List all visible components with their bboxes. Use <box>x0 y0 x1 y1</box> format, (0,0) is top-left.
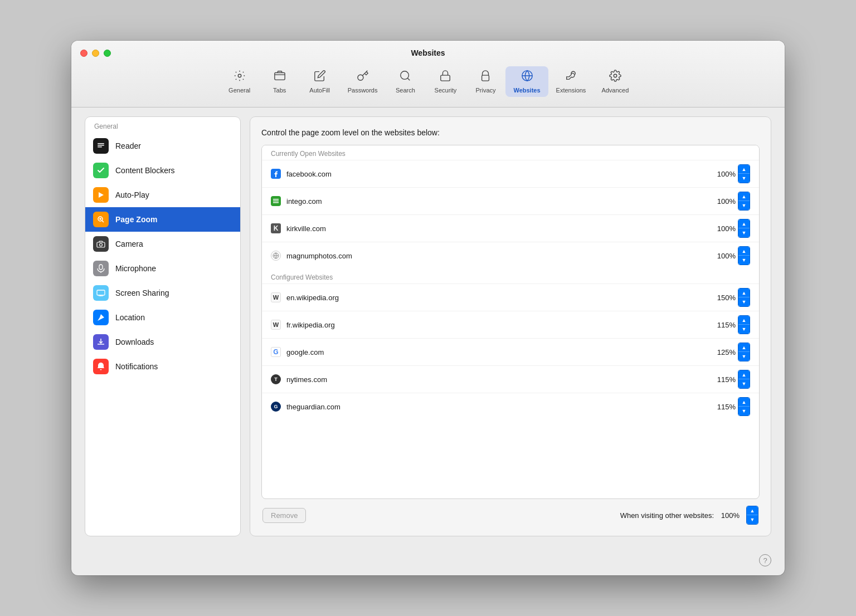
zoom-value-nytimes: 115% <box>714 375 736 384</box>
intego-favicon <box>271 196 281 206</box>
guardian-favicon: G <box>271 402 281 412</box>
svg-rect-24 <box>273 199 279 200</box>
zoom-value-facebook: 100% <box>714 170 736 178</box>
toolbar-item-privacy[interactable]: Privacy <box>465 66 505 97</box>
facebook-favicon <box>271 169 281 179</box>
svg-point-7 <box>614 74 617 77</box>
right-panel: Control the page zoom level on the websi… <box>250 116 771 536</box>
stepper-up-nytimes[interactable]: ▲ <box>738 370 750 379</box>
maximize-button[interactable] <box>104 50 111 57</box>
stepper-nytimes[interactable]: ▲ ▼ <box>738 370 750 389</box>
svg-marker-23 <box>98 314 104 321</box>
stepper-up-kirkville[interactable]: ▲ <box>738 219 750 228</box>
remove-button[interactable]: Remove <box>262 508 306 523</box>
other-websites-stepper-up[interactable]: ▲ <box>747 506 758 515</box>
stepper-up-facebook[interactable]: ▲ <box>738 165 750 174</box>
stepper-up-magnum[interactable]: ▲ <box>738 247 750 256</box>
stepper-down-wikipedia-en[interactable]: ▼ <box>738 297 750 306</box>
stepper-intego[interactable]: ▲ ▼ <box>738 192 750 211</box>
websites-label: Websites <box>513 87 540 94</box>
stepper-guardian[interactable]: ▲ ▼ <box>738 397 750 416</box>
toolbar-item-advanced[interactable]: Advanced <box>594 66 636 97</box>
stepper-down-nytimes[interactable]: ▼ <box>738 379 750 388</box>
stepper-down-magnum[interactable]: ▼ <box>738 256 750 265</box>
sidebar-item-notifications-label: Notifications <box>115 362 158 371</box>
sidebar-item-microphone[interactable]: Microphone <box>85 256 240 281</box>
sidebar-item-page-zoom[interactable]: Page Zoom <box>85 207 240 232</box>
stepper-kirkville[interactable]: ▲ ▼ <box>738 219 750 238</box>
table-row: intego.com 100% ▲ ▼ <box>262 187 759 214</box>
advanced-icon <box>609 70 621 85</box>
zoom-value-google: 125% <box>714 348 736 356</box>
downloads-icon <box>93 334 109 350</box>
zoom-value-intego: 100% <box>714 197 736 206</box>
stepper-down-guardian[interactable]: ▼ <box>738 407 750 415</box>
stepper-google[interactable]: ▲ ▼ <box>738 343 750 361</box>
toolbar-item-extensions[interactable]: Extensions <box>548 66 594 97</box>
stepper-down-google[interactable]: ▼ <box>738 352 750 361</box>
svg-rect-10 <box>98 146 102 148</box>
main-content: General Reader <box>71 107 785 550</box>
sidebar-item-reader-label: Reader <box>115 141 141 150</box>
toolbar-item-security[interactable]: Security <box>425 66 465 97</box>
close-button[interactable] <box>80 50 87 57</box>
microphone-icon <box>93 261 109 276</box>
svg-rect-16 <box>97 242 105 247</box>
site-name-guardian: theguardian.com <box>286 403 709 411</box>
sidebar-item-content-blockers-label: Content Blockers <box>115 166 175 175</box>
table-row: G theguardian.com 115% ▲ ▼ <box>262 393 759 420</box>
sidebar-item-location[interactable]: Location <box>85 305 240 330</box>
svg-rect-4 <box>482 75 489 81</box>
stepper-facebook[interactable]: ▲ ▼ <box>738 164 750 183</box>
svg-rect-26 <box>273 202 279 203</box>
stepper-down-intego[interactable]: ▼ <box>738 201 750 210</box>
other-websites-zoom: 100% <box>718 511 740 520</box>
autofill-label: AutoFill <box>309 87 330 94</box>
stepper-up-google[interactable]: ▲ <box>738 343 750 352</box>
stepper-up-wikipedia-en[interactable]: ▲ <box>738 289 750 297</box>
site-name-magnum: magnumphotos.com <box>286 252 709 260</box>
stepper-up-intego[interactable]: ▲ <box>738 192 750 201</box>
sidebar-item-downloads[interactable]: Downloads <box>85 330 240 354</box>
sidebar-item-notifications[interactable]: Notifications <box>85 354 240 379</box>
svg-point-17 <box>100 243 103 246</box>
nytimes-favicon: T <box>271 374 281 384</box>
zoom-stepper-intego: 100% ▲ ▼ <box>714 192 750 211</box>
sidebar-item-camera[interactable]: Camera <box>85 232 240 256</box>
extensions-icon <box>565 70 577 85</box>
toolbar-item-websites[interactable]: Websites <box>505 66 548 97</box>
currently-open-header: Currently Open Websites <box>262 145 759 160</box>
sidebar-item-content-blockers[interactable]: Content Blockers <box>85 158 240 183</box>
other-websites-stepper[interactable]: ▲ ▼ <box>746 506 758 525</box>
toolbar-item-tabs[interactable]: Tabs <box>260 66 300 97</box>
page-zoom-icon <box>93 212 109 227</box>
sidebar-item-auto-play[interactable]: Auto-Play <box>85 183 240 207</box>
stepper-down-wikipedia-fr[interactable]: ▼ <box>738 325 750 334</box>
svg-rect-8 <box>98 143 104 144</box>
table-row: magnumphotos.com 100% ▲ ▼ <box>262 242 759 269</box>
sidebar-item-reader[interactable]: Reader <box>85 134 240 158</box>
help-button[interactable]: ? <box>759 554 771 566</box>
other-websites-stepper-down[interactable]: ▼ <box>747 515 758 524</box>
stepper-magnum[interactable]: ▲ ▼ <box>738 246 750 265</box>
site-name-wikipedia-fr: fr.wikipedia.org <box>286 321 709 329</box>
stepper-down-kirkville[interactable]: ▼ <box>738 228 750 237</box>
extensions-label: Extensions <box>556 87 586 94</box>
sidebar-scroll[interactable]: Reader Content Blockers <box>85 134 240 536</box>
svg-rect-18 <box>99 265 103 270</box>
zoom-value-magnum: 100% <box>714 252 736 260</box>
minimize-button[interactable] <box>92 50 99 57</box>
configured-websites-header: Configured Websites <box>262 269 759 283</box>
sidebar-item-screen-sharing[interactable]: Screen Sharing <box>85 281 240 305</box>
svg-rect-9 <box>98 145 104 146</box>
toolbar-item-search[interactable]: Search <box>385 66 425 97</box>
stepper-up-guardian[interactable]: ▲ <box>738 398 750 407</box>
stepper-wikipedia-fr[interactable]: ▲ ▼ <box>738 315 750 334</box>
toolbar-item-general[interactable]: General <box>220 66 260 97</box>
stepper-down-facebook[interactable]: ▼ <box>738 174 750 183</box>
wikipedia-fr-favicon: W <box>271 320 281 330</box>
stepper-wikipedia-en[interactable]: ▲ ▼ <box>738 288 750 307</box>
toolbar-item-autofill[interactable]: AutoFill <box>300 66 340 97</box>
stepper-up-wikipedia-fr[interactable]: ▲ <box>738 316 750 325</box>
toolbar-item-passwords[interactable]: Passwords <box>340 66 386 97</box>
